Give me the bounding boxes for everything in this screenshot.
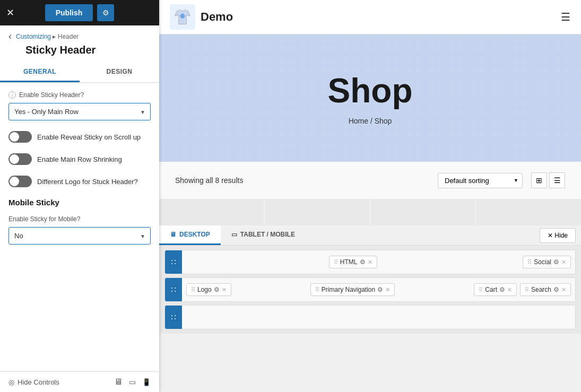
html-label: HTML (340, 258, 358, 266)
preview-topbar: Demo ☰ (159, 0, 581, 34)
product-card-3 (371, 199, 475, 225)
tablet-icon: ▭ (231, 231, 237, 238)
builder-row-1: ⠿ HTML ⚙ ✕ ⠿ Social ⚙ ✕ (164, 250, 576, 274)
row-2-handle[interactable] (165, 278, 182, 301)
list-view-button[interactable]: ☰ (549, 172, 565, 188)
close-button[interactable]: ✕ (6, 7, 14, 19)
mobile-sticky-select[interactable]: No Yes (8, 227, 151, 245)
svg-point-3 (171, 263, 172, 264)
mobile-sticky-select-wrap: No Yes (8, 227, 151, 245)
svg-point-4 (175, 263, 176, 264)
site-logo (170, 4, 195, 30)
logo-drag-icon: ⠿ (191, 286, 195, 293)
tabs-row: GENERAL DESIGN (0, 63, 159, 83)
svg-point-0 (180, 14, 185, 19)
back-button[interactable]: ‹ (8, 31, 12, 42)
top-bar: ✕ Publish ⚙ (0, 0, 159, 25)
reveal-sticky-toggle[interactable] (8, 131, 32, 143)
tablet-view-button[interactable]: ▭ (129, 377, 136, 387)
search-close-icon[interactable]: ✕ (561, 286, 566, 293)
row-2-inner: ⠿ Logo ⚙ ✕ ⠿ Primary Navigation ⚙ ✕ ⠿ (182, 281, 575, 298)
social-drag-icon: ⠿ (527, 259, 532, 266)
breadcrumb-parent[interactable]: Customizing (16, 33, 51, 40)
reveal-sticky-label: Enable Reveal Sticky on Scroll up (37, 133, 141, 141)
cart-close-icon[interactable]: ✕ (507, 286, 512, 293)
main-row-shrinking-toggle[interactable] (8, 153, 32, 165)
hero-title: Shop (328, 71, 413, 110)
html-gear-icon[interactable]: ⚙ (360, 258, 366, 266)
search-label: Search (531, 286, 551, 293)
cart-gear-icon[interactable]: ⚙ (499, 286, 505, 293)
settings-button[interactable]: ⚙ (97, 4, 114, 21)
search-drag-icon: ⠿ (525, 286, 529, 293)
hide-controls-label: Hide Controls (18, 378, 59, 386)
diff-logo-label: Different Logo for Stuck Header? (37, 178, 138, 186)
builder-tab-right: ✕ Hide (540, 228, 581, 243)
tab-design[interactable]: DESIGN (80, 63, 159, 82)
svg-point-9 (171, 315, 172, 316)
svg-point-12 (175, 318, 176, 319)
breadcrumb-separator: ▸ (53, 33, 57, 40)
mobile-view-button[interactable]: 📱 (142, 377, 151, 387)
preview-panel: Demo ☰ Shop Home / Shop Showing all 8 re… (159, 0, 581, 392)
primary-nav-gear-icon[interactable]: ⚙ (377, 286, 383, 293)
sticky-header-select-wrap: No Yes - Only Main Row Yes - All Rows Ye… (8, 103, 151, 120)
builder-tab-tablet[interactable]: ▭ TABLET / MOBILE (221, 225, 306, 245)
hero-section: Shop Home / Shop (159, 34, 581, 162)
reveal-sticky-row: Enable Reveal Sticky on Scroll up (8, 131, 151, 143)
view-icons: ⊞ ☰ (531, 172, 565, 188)
product-card-1 (159, 199, 264, 225)
hide-controls-button[interactable]: ◎ Hide Controls (8, 378, 59, 386)
builder-tab-desktop[interactable]: 🖥 DESKTOP (159, 225, 221, 245)
builder-tabs: 🖥 DESKTOP ▭ TABLET / MOBILE ✕ Hide (159, 225, 581, 246)
social-gear-icon[interactable]: ⚙ (553, 258, 559, 266)
product-card-4 (476, 199, 581, 225)
results-text: Showing all 8 results (175, 176, 429, 185)
main-row-shrinking-row: Enable Main Row Shrinking (8, 153, 151, 165)
hide-controls-icon: ◎ (8, 378, 14, 386)
logo-label: Logo (197, 286, 212, 293)
builder-hide-button[interactable]: ✕ Hide (540, 228, 576, 243)
logo-close-icon[interactable]: ✕ (222, 286, 227, 293)
mobile-sticky-label: Enable Sticky for Mobile? (8, 215, 151, 223)
social-close-icon[interactable]: ✕ (561, 259, 566, 266)
desktop-view-button[interactable]: 🖥 (114, 377, 123, 387)
publish-button[interactable]: Publish (45, 4, 93, 21)
cart-label: Cart (485, 286, 497, 293)
panel-title: Sticky Header (0, 44, 159, 63)
cart-drag-icon: ⠿ (479, 286, 483, 293)
html-close-icon[interactable]: ✕ (368, 259, 372, 266)
svg-point-11 (171, 318, 172, 319)
svg-point-6 (175, 288, 176, 289)
breadcrumb: Customizing ▸ Header (16, 33, 79, 40)
hero-breadcrumb: Home / Shop (349, 117, 392, 125)
social-label: Social (534, 258, 551, 266)
builder-item-social: ⠿ Social ⚙ ✕ (523, 256, 571, 268)
grid-view-button[interactable]: ⊞ (531, 172, 547, 188)
view-buttons: 🖥 ▭ 📱 (114, 377, 151, 387)
tab-general[interactable]: GENERAL (0, 63, 80, 82)
diff-logo-toggle[interactable] (8, 176, 32, 187)
panel-content: i Enable Sticky Header? No Yes - Only Ma… (0, 83, 159, 371)
hero-breadcrumb-link[interactable]: Home (349, 117, 368, 125)
primary-nav-close-icon[interactable]: ✕ (385, 286, 390, 293)
logo-area: Demo (170, 4, 233, 30)
svg-point-10 (175, 315, 176, 316)
mobile-sticky-title: Mobile Sticky (8, 198, 151, 207)
builder-item-html: ⠿ HTML ⚙ ✕ (329, 256, 377, 268)
search-gear-icon[interactable]: ⚙ (553, 286, 559, 293)
svg-point-2 (175, 260, 176, 261)
builder-row-2: ⠿ Logo ⚙ ✕ ⠿ Primary Navigation ⚙ ✕ ⠿ (164, 277, 576, 302)
results-bar: Showing all 8 results Default sorting ⊞ … (159, 162, 581, 199)
logo-gear-icon[interactable]: ⚙ (214, 286, 220, 293)
desktop-icon: 🖥 (170, 231, 176, 238)
menu-icon[interactable]: ☰ (561, 11, 570, 23)
row-1-handle[interactable] (165, 250, 182, 274)
sticky-header-select[interactable]: No Yes - Only Main Row Yes - All Rows Ye… (8, 103, 151, 120)
info-icon: i (8, 91, 16, 99)
main-row-shrinking-label: Enable Main Row Shrinking (37, 155, 122, 163)
sort-dropdown[interactable]: Default sorting (438, 173, 523, 188)
row-3-handle[interactable] (165, 306, 182, 329)
html-drag-icon: ⠿ (334, 259, 338, 266)
svg-point-7 (171, 291, 172, 292)
